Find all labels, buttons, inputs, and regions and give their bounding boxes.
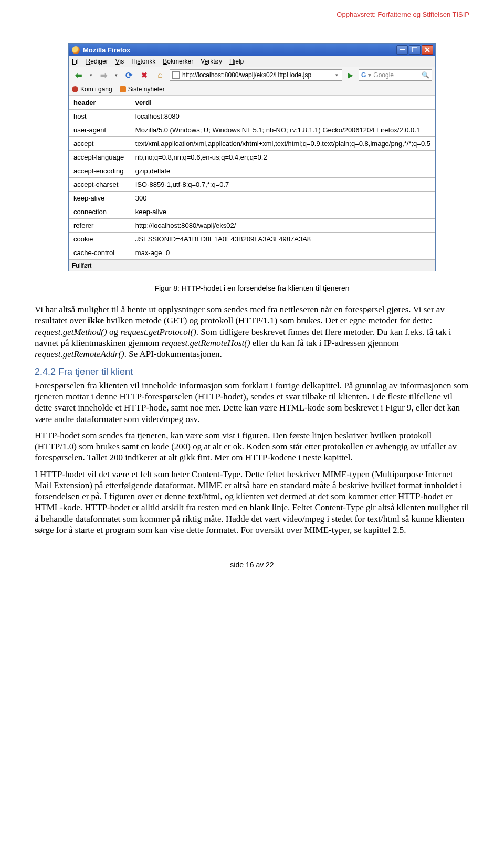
minimize-icon xyxy=(400,49,405,50)
table-row: cookieJSESSIONID=4A1BFD8E1A0E43B209FA3A3… xyxy=(69,233,435,246)
header-name-cell: accept-language xyxy=(69,151,131,164)
menu-hjelp[interactable]: Hjelp xyxy=(229,58,244,65)
http-headers-table: header verdi hostlocalhost:8080user-agen… xyxy=(69,96,435,260)
url-text: http://localhost:8080/waplj/eks02/HttpHo… xyxy=(182,71,311,79)
subheading: 2.4.2 Fra tjener til klient xyxy=(35,366,469,378)
status-bar: Fullført xyxy=(69,260,435,271)
header-value-cell: text/xml,application/xml,application/xht… xyxy=(131,137,435,151)
firefox-icon xyxy=(72,46,80,54)
maximize-icon xyxy=(412,47,417,52)
table-row: accepttext/xml,application/xml,applicati… xyxy=(69,137,435,151)
table-row: refererhttp://localhost:8080/waplj/eks02… xyxy=(69,219,435,233)
stop-icon: ✖ xyxy=(141,71,148,79)
header-name-cell: host xyxy=(69,110,131,123)
toolbar: ⬅ ▾ ➡ ▾ ⟳ ✖ ⌂ http://localhost:8080/wapl… xyxy=(69,67,435,83)
header-name-cell: referer xyxy=(69,219,131,233)
menu-verktoy[interactable]: Verktøy xyxy=(201,58,222,65)
table-row: hostlocalhost:8080 xyxy=(69,110,435,123)
url-dropdown[interactable]: ▾ xyxy=(333,72,340,78)
header-name-cell: accept-encoding xyxy=(69,164,131,178)
header-value-cell: ISO-8859-1,utf-8;q=0.7,*;q=0.7 xyxy=(131,178,435,192)
go-button[interactable]: ▶ xyxy=(345,71,355,79)
bookmark-kom-i-gang[interactable]: Kom i gang xyxy=(72,86,112,93)
header-value-cell: Mozilla/5.0 (Windows; U; Windows NT 5.1;… xyxy=(131,123,435,137)
header-name-cell: cache-control xyxy=(69,246,131,260)
header-name-cell: connection xyxy=(69,205,131,219)
copyright-notice: Opphavsrett: Forfatterne og Stiftelsen T… xyxy=(35,10,469,22)
menu-bokmerker[interactable]: Bokmerker xyxy=(163,58,193,65)
menu-vis[interactable]: Vis xyxy=(116,58,124,65)
table-header-row: header verdi xyxy=(69,96,435,110)
reload-icon: ⟳ xyxy=(125,70,132,80)
table-row: keep-alive300 xyxy=(69,192,435,205)
minimize-button[interactable] xyxy=(396,45,408,55)
col-verdi: verdi xyxy=(131,96,435,110)
figure-caption: Figur 8: HTTP-hodet i en forsendelse fra… xyxy=(35,284,469,292)
header-name-cell: keep-alive xyxy=(69,192,131,205)
titlebar: Mozilla Firefox xyxy=(69,44,435,56)
back-button[interactable]: ⬅ xyxy=(72,69,85,81)
table-row: cache-controlmax-age=0 xyxy=(69,246,435,260)
search-icon: 🔍 xyxy=(422,71,429,79)
table-row: accept-charsetISO-8859-1,utf-8;q=0.7,*;q… xyxy=(69,178,435,192)
table-row: accept-languagenb,no;q=0.8,nn;q=0.6,en-u… xyxy=(69,151,435,164)
header-value-cell: keep-alive xyxy=(131,205,435,219)
bookmark-icon xyxy=(72,86,78,92)
page-footer: side 16 av 22 xyxy=(35,561,469,569)
paragraph-4: I HTTP-hodet vil det være et felt som he… xyxy=(35,469,469,536)
header-value-cell: http://localhost:8080/waplj/eks02/ xyxy=(131,219,435,233)
table-row: connectionkeep-alive xyxy=(69,205,435,219)
close-button[interactable] xyxy=(422,45,433,55)
paragraph-3: HTTP-hodet som sendes fra tjeneren, kan … xyxy=(35,430,469,464)
menu-fil[interactable]: Fil xyxy=(72,58,79,65)
header-value-cell: localhost:8080 xyxy=(131,110,435,123)
paragraph-2: Forespørselen fra klienten vil inneholde… xyxy=(35,380,469,425)
forward-dropdown[interactable]: ▾ xyxy=(113,72,119,78)
forward-button[interactable]: ➡ xyxy=(97,69,110,81)
home-button[interactable]: ⌂ xyxy=(154,69,166,81)
stop-button[interactable]: ✖ xyxy=(138,69,151,81)
table-row: accept-encodinggzip,deflate xyxy=(69,164,435,178)
header-value-cell: nb,no;q=0.8,nn;q=0.6,en-us;q=0.4,en;q=0.… xyxy=(131,151,435,164)
header-value-cell: 300 xyxy=(131,192,435,205)
bookmark-siste-nyheter[interactable]: Siste nyheter xyxy=(120,86,165,93)
header-value-cell: gzip,deflate xyxy=(131,164,435,178)
table-row: user-agentMozilla/5.0 (Windows; U; Windo… xyxy=(69,123,435,137)
browser-window: Mozilla Firefox Fil Rediger Vis Historik… xyxy=(68,43,436,271)
page-icon xyxy=(172,71,180,79)
rss-icon xyxy=(120,86,126,92)
col-header: header xyxy=(69,96,131,110)
url-bar[interactable]: http://localhost:8080/waplj/eks02/HttpHo… xyxy=(170,69,342,81)
status-text: Fullført xyxy=(72,262,91,269)
close-icon xyxy=(425,47,430,52)
reload-button[interactable]: ⟳ xyxy=(122,69,135,81)
header-name-cell: accept-charset xyxy=(69,178,131,192)
window-title: Mozilla Firefox xyxy=(83,46,130,54)
paragraph-1: Vi har altså mulighet til å hente ut opp… xyxy=(35,304,469,360)
menu-rediger[interactable]: Rediger xyxy=(86,58,108,65)
browser-content: header verdi hostlocalhost:8080user-agen… xyxy=(69,96,435,260)
svg-rect-0 xyxy=(400,49,405,50)
header-value-cell: max-age=0 xyxy=(131,246,435,260)
arrow-left-icon: ⬅ xyxy=(75,70,82,80)
search-placeholder: Google xyxy=(373,71,394,79)
maximize-button[interactable] xyxy=(409,45,421,55)
back-dropdown[interactable]: ▾ xyxy=(88,72,94,78)
menubar: Fil Rediger Vis Historikk Bokmerker Verk… xyxy=(69,56,435,67)
svg-rect-1 xyxy=(412,47,417,52)
header-name-cell: accept xyxy=(69,137,131,151)
bookmark-bar: Kom i gang Siste nyheter xyxy=(69,83,435,96)
google-icon: G xyxy=(361,71,366,79)
top-rule xyxy=(35,22,469,22)
header-value-cell: JSESSIONID=4A1BFD8E1A0E43B209FA3A3F4987A… xyxy=(131,233,435,246)
header-name-cell: cookie xyxy=(69,233,131,246)
menu-historikk[interactable]: Historikk xyxy=(131,58,155,65)
arrow-right-icon: ➡ xyxy=(100,70,107,80)
body-text: Vi har altså mulighet til å hente ut opp… xyxy=(35,304,469,535)
home-icon: ⌂ xyxy=(158,70,163,80)
search-bar[interactable]: G▾ Google 🔍 xyxy=(359,69,432,81)
header-name-cell: user-agent xyxy=(69,123,131,137)
